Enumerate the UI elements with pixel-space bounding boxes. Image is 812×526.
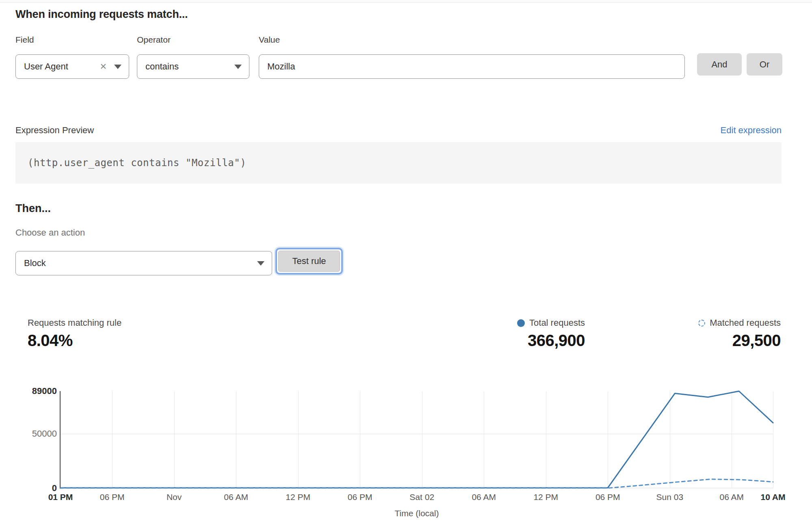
x-tick-label: 06 PM (348, 492, 372, 502)
choose-action-label: Choose an action (15, 227, 85, 238)
edit-expression-link[interactable]: Edit expression (721, 125, 782, 136)
chevron-down-icon (257, 261, 264, 266)
gridline-vertical (773, 391, 773, 488)
or-button[interactable]: Or (747, 53, 782, 76)
y-tick-label: 50000 (32, 429, 57, 439)
chart-plot (61, 391, 773, 488)
total-requests-dot-icon (517, 319, 525, 327)
expression-code-block: (http.user_agent contains "Mozilla") (15, 142, 782, 184)
test-rule-focus-ring: Test rule (275, 248, 343, 275)
matched-requests-dashed-circle-icon (698, 320, 705, 327)
firewall-rule-builder: When incoming requests match... Field Op… (0, 0, 812, 526)
total-requests-label: Total requests (529, 318, 585, 328)
total-requests-line (61, 391, 773, 488)
field-label: Field (15, 35, 34, 45)
expression-code: (http.user_agent contains "Mozilla") (15, 157, 246, 169)
matched-requests-line (61, 479, 773, 488)
x-tick-label: 12 PM (533, 492, 558, 502)
chart-canvas (61, 391, 773, 488)
page-title: When incoming requests match... (15, 8, 188, 21)
clear-field-icon[interactable]: ✕ (98, 62, 108, 71)
total-requests-value: 366,900 (528, 331, 585, 350)
x-tick-label: 12 PM (286, 492, 310, 502)
x-tick-label: 01 PM (48, 492, 73, 502)
x-tick-label: Sun 03 (656, 492, 684, 502)
test-rule-button[interactable]: Test rule (278, 251, 340, 272)
action-select[interactable]: Block (15, 251, 272, 275)
top-divider (0, 0, 812, 3)
y-tick-label: 89000 (32, 386, 57, 396)
x-tick-label: Sat 02 (409, 492, 434, 502)
and-button[interactable]: And (697, 53, 742, 76)
action-select-value: Block (16, 258, 46, 268)
x-tick-label: 06 PM (100, 492, 125, 502)
x-tick-label: 06 AM (472, 492, 496, 502)
y-axis-labels: 05000089000 (16, 391, 57, 488)
matched-requests-label: Matched requests (710, 318, 781, 328)
x-axis-title: Time (local) (395, 509, 439, 518)
legend-matched-requests: Matched requests (698, 318, 781, 328)
value-label: Value (259, 35, 280, 45)
x-tick-label: 06 PM (595, 492, 620, 502)
operator-select[interactable]: contains (137, 54, 249, 79)
legend-total-requests: Total requests (517, 318, 585, 328)
x-tick-label: 06 AM (720, 492, 744, 502)
expression-preview-label: Expression Preview (15, 125, 94, 136)
chevron-down-icon (114, 65, 121, 69)
x-tick-label: Nov (167, 492, 182, 502)
matching-rule-value: 8.04% (28, 331, 73, 350)
field-select[interactable]: User Agent ✕ (15, 54, 129, 79)
then-heading: Then... (15, 202, 51, 215)
field-select-value: User Agent (16, 61, 68, 72)
matched-requests-value: 29,500 (732, 331, 781, 350)
operator-select-value: contains (137, 61, 179, 72)
value-input[interactable] (259, 54, 685, 79)
operator-label: Operator (137, 35, 171, 45)
x-tick-label: 06 AM (224, 492, 248, 502)
chevron-down-icon (234, 65, 242, 69)
x-tick-label: 10 AM (760, 492, 785, 502)
matching-rule-label: Requests matching rule (28, 318, 121, 328)
x-axis-labels: 01 PM06 PMNov06 AM12 PM06 PMSat 0206 AM1… (61, 492, 773, 504)
